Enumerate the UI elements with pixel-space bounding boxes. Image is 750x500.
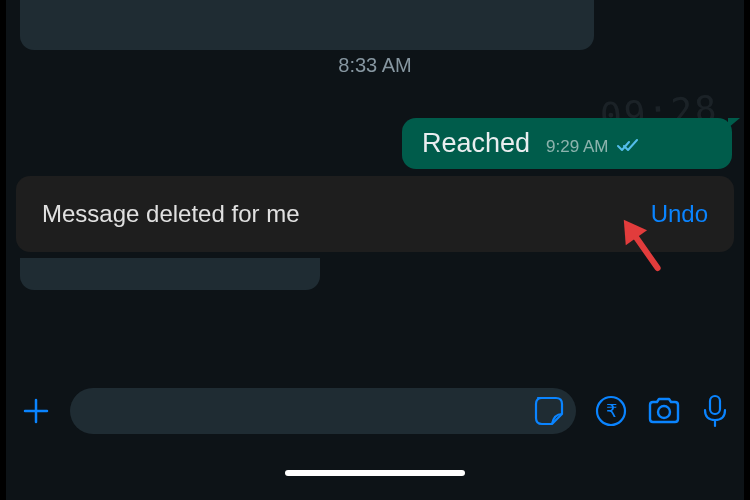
message-text: Reached: [422, 128, 530, 159]
undo-button[interactable]: Undo: [651, 200, 708, 228]
received-message-bubble-partial[interactable]: [20, 0, 594, 50]
message-time: 9:29 AM: [546, 137, 608, 156]
chat-area: 8:33 AM 09:28 Reached 9:29 AM Message de…: [6, 0, 744, 500]
time-divider: 8:33 AM: [6, 54, 744, 77]
received-message-bubble-partial-2[interactable]: [20, 258, 320, 290]
sticker-button[interactable]: [532, 394, 566, 428]
svg-point-4: [658, 406, 670, 418]
mic-icon: [700, 393, 730, 429]
svg-rect-5: [710, 396, 720, 414]
deletion-toast: Message deleted for me Undo: [16, 176, 734, 252]
attach-button[interactable]: [20, 395, 52, 427]
message-input[interactable]: [70, 388, 576, 434]
rupee-icon: ₹: [594, 394, 628, 428]
sent-message-bubble[interactable]: Reached 9:29 AM: [402, 118, 732, 169]
read-receipt-icon: [617, 139, 639, 157]
sticker-icon: [532, 394, 566, 428]
payment-button[interactable]: ₹: [594, 394, 628, 428]
svg-text:₹: ₹: [606, 401, 617, 421]
toast-message: Message deleted for me: [42, 200, 299, 228]
home-indicator[interactable]: [285, 470, 465, 476]
camera-button[interactable]: [646, 394, 682, 428]
plus-icon: [20, 395, 52, 427]
voice-message-button[interactable]: [700, 393, 730, 429]
input-bar: ₹: [6, 382, 744, 440]
camera-icon: [646, 394, 682, 428]
bubble-tail: [728, 118, 740, 128]
